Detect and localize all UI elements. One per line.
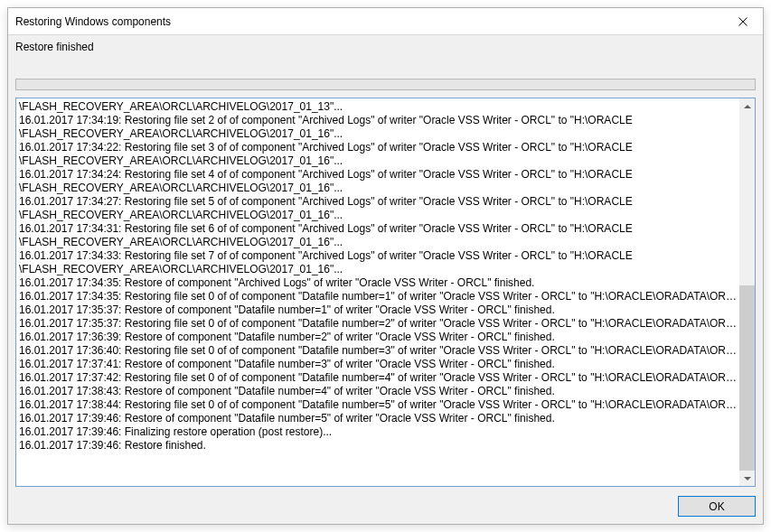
status-text: Restore finished	[8, 35, 763, 53]
log-content: \FLASH_RECOVERY_AREA\ORCL\ARCHIVELOG\201…	[16, 98, 739, 486]
log-line: 16.01.2017 17:35:37: Restoring file set …	[19, 317, 738, 331]
titlebar: Restoring Windows components	[8, 8, 763, 35]
chevron-down-icon	[744, 475, 751, 482]
chevron-up-icon	[744, 103, 751, 110]
log-line: \FLASH_RECOVERY_AREA\ORCL\ARCHIVELOG\201…	[19, 154, 738, 168]
log-textbox[interactable]: \FLASH_RECOVERY_AREA\ORCL\ARCHIVELOG\201…	[15, 98, 756, 487]
scroll-up-button[interactable]	[739, 98, 755, 114]
log-line: 16.01.2017 17:34:35: Restore of componen…	[19, 276, 738, 290]
log-line: 16.01.2017 17:34:33: Restoring file set …	[19, 249, 738, 263]
log-line: 16.01.2017 17:35:37: Restore of componen…	[19, 303, 738, 317]
window-title: Restoring Windows components	[15, 15, 722, 28]
log-area: \FLASH_RECOVERY_AREA\ORCL\ARCHIVELOG\201…	[8, 98, 763, 489]
scroll-track[interactable]	[739, 114, 755, 471]
log-line: 16.01.2017 17:36:39: Restore of componen…	[19, 331, 738, 344]
log-line: \FLASH_RECOVERY_AREA\ORCL\ARCHIVELOG\201…	[19, 127, 738, 141]
log-line: \FLASH_RECOVERY_AREA\ORCL\ARCHIVELOG\201…	[19, 100, 738, 114]
log-line: 16.01.2017 17:38:43: Restore of componen…	[19, 385, 738, 398]
dialog-window: Restoring Windows components Restore fin…	[7, 7, 764, 525]
log-line: 16.01.2017 17:39:46: Restore of componen…	[19, 412, 738, 425]
log-line: \FLASH_RECOVERY_AREA\ORCL\ARCHIVELOG\201…	[19, 182, 738, 195]
log-line: 16.01.2017 17:39:46: Finalizing restore …	[19, 425, 738, 439]
log-line: 16.01.2017 17:34:22: Restoring file set …	[19, 141, 738, 154]
log-line: \FLASH_RECOVERY_AREA\ORCL\ARCHIVELOG\201…	[19, 263, 738, 276]
log-line: 16.01.2017 17:34:27: Restoring file set …	[19, 195, 738, 209]
log-line: 16.01.2017 17:37:42: Restoring file set …	[19, 371, 738, 385]
log-line: 16.01.2017 17:38:44: Restoring file set …	[19, 398, 738, 412]
log-line: \FLASH_RECOVERY_AREA\ORCL\ARCHIVELOG\201…	[19, 209, 738, 222]
vertical-scrollbar[interactable]	[739, 98, 755, 486]
log-line: 16.01.2017 17:34:19: Restoring file set …	[19, 114, 738, 127]
ok-button[interactable]: OK	[678, 496, 756, 517]
dialog-footer: OK	[8, 489, 763, 524]
close-icon	[738, 17, 747, 26]
close-button[interactable]	[722, 8, 763, 34]
log-line: 16.01.2017 17:34:24: Restoring file set …	[19, 168, 738, 182]
log-line: 16.01.2017 17:39:46: Restore finished.	[19, 439, 738, 453]
log-line: 16.01.2017 17:36:40: Restoring file set …	[19, 344, 738, 358]
progress-area	[8, 53, 763, 98]
log-line: 16.01.2017 17:37:41: Restore of componen…	[19, 358, 738, 371]
progress-bar	[15, 79, 756, 90]
scroll-down-button[interactable]	[739, 471, 755, 486]
log-line: 16.01.2017 17:34:35: Restoring file set …	[19, 290, 738, 303]
log-line: \FLASH_RECOVERY_AREA\ORCL\ARCHIVELOG\201…	[19, 236, 738, 249]
log-line: 16.01.2017 17:34:31: Restoring file set …	[19, 222, 738, 236]
scroll-thumb[interactable]	[739, 285, 755, 471]
